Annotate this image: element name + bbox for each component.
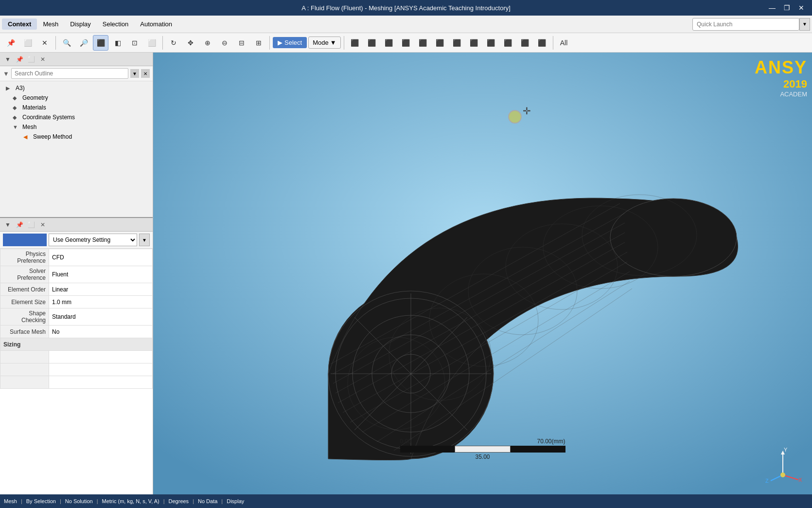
close-button[interactable]: ✕ [794,1,808,15]
toolbar-separator-1 [55,36,56,50]
title-bar: A : Fluid Flow (Fluent) - Meshing [ANSYS… [0,0,812,16]
svg-text:X: X [798,477,802,483]
menu-automation[interactable]: Automation [134,18,178,30]
scale-bar-graphic [400,446,565,453]
fit-icon[interactable]: ⊟ [234,35,249,51]
geometry-icon: ◆ [13,95,19,101]
prop-value-physics[interactable]: CFD [49,249,153,266]
prop-row-empty1 [0,351,153,363]
mode-label: Mode [313,39,329,46]
svg-point-40 [780,472,785,477]
prop-label-e3 [0,376,49,389]
prop-row-empty2 [0,363,153,376]
menu-mesh[interactable]: Mesh [37,18,64,30]
tree-item-sweep[interactable]: ◀ Sweep Method [0,132,153,142]
properties-panel: ▼ 📌 ⬜ ✕ Use Geometry Setting ▼ Physics P… [0,218,153,494]
search-outline-input[interactable] [11,68,128,79]
view-ctrl-4[interactable]: ⬛ [398,35,414,51]
prop-row-solver: Solver Preference Fluent [0,266,153,283]
title-text: A : Fluid Flow (Fluent) - Meshing [ANSYS… [301,4,511,12]
svg-line-36 [783,475,798,480]
pin-icon[interactable]: 📌 [3,35,18,51]
viewport[interactable]: ✛ ANSY 2019 ACADEM 0.00 70.00(mm) 35.00 [153,53,812,494]
outline-pin-icon[interactable]: 📌 [15,54,24,64]
zoom-out-icon[interactable]: 🔎 [76,35,91,51]
prop-value-order[interactable]: Linear [49,283,153,296]
tree-item-coordinate[interactable]: ◆ Coordinate Systems [0,112,153,122]
view-ctrl-8[interactable]: ⬛ [466,35,482,51]
toolbar-separator-3 [269,36,270,50]
prop-row-shape: Shape Checking Standard [0,308,153,326]
prop-value-solver[interactable]: Fluent [49,266,153,283]
all-button[interactable]: All [556,35,572,51]
pan-icon[interactable]: ✥ [183,35,198,51]
iso-view-icon[interactable]: ◧ [110,35,125,51]
view-ctrl-9[interactable]: ⬛ [483,35,499,51]
view-ctrl-5[interactable]: ⬛ [415,35,431,51]
cursor-indicator [508,110,522,124]
mode-button[interactable]: Mode ▼ [308,36,340,49]
outline-restore-icon[interactable]: ⬜ [26,54,36,64]
zoom-box-icon[interactable]: ⊖ [217,35,232,51]
props-pin-icon[interactable]: 📌 [15,220,24,230]
scale-left-label: 0.00 [400,438,411,445]
rotate-view-icon[interactable]: ↻ [166,35,181,51]
menu-bar: Context Mesh Display Selection Automatio… [0,16,812,33]
wireframe-icon[interactable]: ⊡ [127,35,142,51]
view-ctrl-11[interactable]: ⬛ [517,35,533,51]
section-icon[interactable]: ⬜ [144,35,159,51]
ansys-logo: ANSY 2019 ACADEM [755,57,807,98]
props-restore-icon[interactable]: ⬜ [26,220,36,230]
prop-label-shape: Shape Checking [0,308,49,326]
view-ctrl-6[interactable]: ⬛ [432,35,448,51]
view-ctrl-12[interactable]: ⬛ [534,35,550,51]
use-geometry-dropdown[interactable]: Use Geometry Setting [49,234,137,246]
restore-panel-icon[interactable]: ⬜ [20,35,35,51]
scale-right-label: 70.00(mm) [537,438,565,445]
minimize-button[interactable]: — [765,1,779,15]
props-chevron-icon[interactable]: ▼ [3,220,13,230]
view-ctrl-3[interactable]: ⬛ [381,35,397,51]
box-select-icon[interactable]: ⬛ [93,35,108,51]
status-display: Display [227,498,244,504]
prop-label-physics: Physics Preference [0,249,49,266]
tree-item-geometry[interactable]: ◆ Geometry [0,93,153,103]
menu-display[interactable]: Display [64,18,97,30]
scale-black-left [400,446,455,453]
status-solution: No Solution [65,498,93,504]
restore-button[interactable]: ❐ [780,1,794,15]
prop-value-size[interactable]: 1.0 mm [49,296,153,308]
tree-item-materials[interactable]: ◆ Materials [0,103,153,112]
close-panel-icon[interactable]: ✕ [37,35,53,51]
outline-close-icon[interactable]: ✕ [38,54,48,64]
view-ctrl-1[interactable]: ⬛ [347,35,363,51]
svg-point-2 [610,199,737,276]
prop-row-physics: Physics Preference CFD [0,249,153,266]
search-filter-icon[interactable]: ▼ [130,69,139,78]
quick-launch-input[interactable] [692,18,799,31]
prev-view-icon[interactable]: ⊞ [251,35,266,51]
zoom-icon[interactable]: ⊕ [200,35,215,51]
prop-value-shape[interactable]: Standard [49,308,153,326]
search-clear-icon[interactable]: ✕ [141,69,150,78]
select-button[interactable]: ▶ Select [273,37,307,48]
tree-item-project[interactable]: ▶ A3) [0,83,153,93]
prop-value-surface[interactable]: No [49,326,153,338]
zoom-extents-icon[interactable]: 🔍 [59,35,74,51]
view-ctrl-2[interactable]: ⬛ [364,35,380,51]
menu-context[interactable]: Context [2,18,37,30]
prop-label-order: Element Order [0,283,49,296]
window-controls: — ❐ ✕ [765,1,808,15]
sizing-section-header: Sizing [0,338,153,351]
dropdown-arrow-icon[interactable]: ▼ [139,234,150,246]
props-close-icon[interactable]: ✕ [38,220,48,230]
quick-launch-dropdown[interactable]: ▼ [799,18,810,31]
coord-icon: ◆ [13,114,19,121]
outline-chevron-icon[interactable]: ▼ [3,54,13,64]
view-ctrl-7[interactable]: ⬛ [449,35,465,51]
axis-indicator: Y X Z [763,446,802,485]
status-degrees: Degrees [169,498,189,504]
menu-selection[interactable]: Selection [97,18,134,30]
view-ctrl-10[interactable]: ⬛ [500,35,516,51]
tree-item-mesh[interactable]: ▼ Mesh [0,122,153,132]
